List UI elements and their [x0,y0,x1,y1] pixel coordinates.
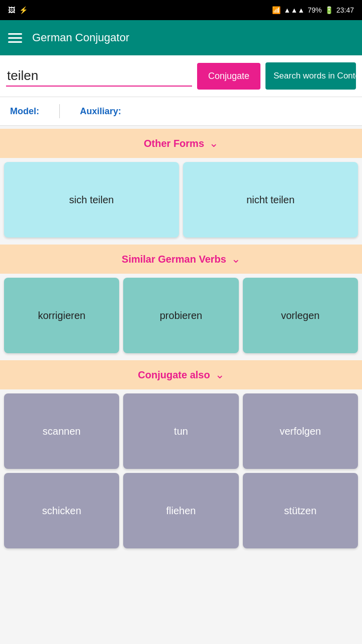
conjugate-also-title: Conjugate also [138,369,210,381]
search-row: Conjugate Search words in Context [0,55,362,97]
info-divider [59,104,60,118]
other-forms-chevron: ⌄ [209,137,218,150]
menu-icon[interactable] [8,33,22,43]
battery-percentage: 79% [308,6,322,14]
auxiliary-label: Auxiliary: [80,106,121,117]
similar-verb-card-1[interactable]: probieren [123,278,238,353]
conjugate-also-label-3: schicken [42,505,81,517]
wifi-icon: 📶 [272,6,281,14]
conjugate-also-grid: scannen tun verfolgen schicken fliehen s… [0,389,362,552]
conjugate-also-card-5[interactable]: stützen [243,473,358,548]
similar-verbs-chevron: ⌄ [231,253,240,266]
other-form-label-1: nicht teilen [246,194,295,206]
similar-verbs-header[interactable]: Similar German Verbs ⌄ [0,245,362,274]
conjugate-also-label-1: tun [174,426,188,437]
status-bar: 🖼 ⚡ 📶 ▲▲▲ 79% 🔋 23:47 [0,0,362,20]
conjugate-also-card-3[interactable]: schicken [4,473,119,548]
conjugate-also-chevron: ⌄ [215,368,224,381]
conjugate-also-label-5: stützen [284,505,316,517]
conjugate-also-header[interactable]: Conjugate also ⌄ [0,360,362,389]
conjugate-button[interactable]: Conjugate [197,63,260,90]
model-label: Model: [10,106,39,117]
signal-icon: ▲▲▲ [284,6,305,14]
conjugate-also-label-0: scannen [43,426,81,437]
similar-verb-label-2: vorlegen [281,310,320,321]
toolbar: German Conjugator [0,20,362,55]
conjugate-also-label-4: fliehen [166,505,196,517]
conjugate-also-card-4[interactable]: fliehen [123,473,238,548]
flash-icon: ⚡ [19,6,28,14]
battery-icon: 🔋 [325,6,333,14]
similar-verbs-grid: korrigieren probieren vorlegen [0,274,362,357]
similar-verb-card-0[interactable]: korrigieren [4,278,119,353]
status-bar-right: 📶 ▲▲▲ 79% 🔋 23:47 [272,6,354,14]
status-bar-left: 🖼 ⚡ [8,6,28,14]
verb-search-input[interactable] [6,66,192,87]
similar-verbs-title: Similar German Verbs [122,254,226,265]
other-form-label-0: sich teilen [69,194,114,206]
other-forms-grid: sich teilen nicht teilen [0,158,362,242]
info-row: Model: Auxiliary: [0,97,362,126]
similar-verb-label-1: probieren [160,310,203,321]
context-search-button[interactable]: Search words in Context [265,62,356,90]
other-forms-header[interactable]: Other Forms ⌄ [0,129,362,158]
conjugate-also-label-2: verfolgen [280,426,321,437]
other-form-card-1[interactable]: nicht teilen [183,162,358,237]
similar-verb-label-0: korrigieren [38,310,85,321]
conjugate-also-card-1[interactable]: tun [123,393,238,469]
similar-verb-card-2[interactable]: vorlegen [243,278,358,353]
other-form-card-0[interactable]: sich teilen [4,162,179,237]
app-title: German Conjugator [32,31,129,44]
conjugate-also-card-2[interactable]: verfolgen [243,393,358,469]
image-icon: 🖼 [8,6,15,14]
time-display: 23:47 [336,6,354,14]
other-forms-title: Other Forms [144,138,204,149]
conjugate-also-card-0[interactable]: scannen [4,393,119,469]
